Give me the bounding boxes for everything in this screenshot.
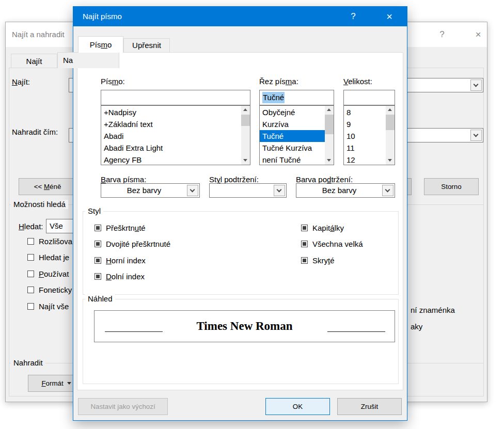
font-style-input[interactable]: Tučné [259, 90, 334, 105]
scroll-thumb[interactable] [325, 115, 334, 134]
list-item[interactable]: Abadi [101, 130, 250, 142]
scrollbar[interactable] [241, 106, 250, 165]
preview-baseline-left [105, 331, 163, 332]
preview-group-legend: Náhled [85, 294, 115, 304]
checkbox-superscript-box[interactable] [94, 257, 101, 264]
scroll-down-icon[interactable] [241, 156, 250, 165]
scrollbar[interactable] [325, 106, 334, 165]
checkbox-strikethrough-label: Přeškrtnuté [106, 223, 146, 233]
tab-upresnit-label: Upřesnit [132, 41, 161, 50]
close-icon[interactable]: × [380, 7, 399, 26]
checkbox-double-strikethrough-label: Dvojité přeškrtnuté [106, 239, 170, 249]
checkbox-sounds-like-box[interactable] [27, 287, 34, 293]
caret-down-icon [67, 382, 71, 385]
scroll-down-icon[interactable] [325, 156, 334, 165]
scroll-up-icon[interactable] [386, 106, 395, 114]
find-font-dialog: Najít písmo ? × Písmo Upřesnit Písmo: +N… [73, 6, 407, 421]
font-style-label: Řez písma: [259, 76, 298, 87]
checkbox-superscript-label: Horní index [106, 256, 146, 266]
chevron-down-icon[interactable] [470, 130, 482, 141]
scroll-up-icon[interactable] [241, 106, 250, 114]
underline-style-combobox[interactable] [209, 183, 287, 198]
chevron-down-icon[interactable] [470, 80, 482, 91]
checkbox-match-case-box[interactable] [27, 238, 34, 245]
tab-pismo-label: Písmo [90, 40, 112, 49]
checkbox-double-strikethrough-box[interactable] [94, 241, 101, 247]
whitespace-label-fragment: aky [411, 322, 422, 332]
scrollbar[interactable] [386, 106, 395, 165]
help-icon[interactable]: ? [344, 7, 363, 26]
checkbox-small-caps-label: Kapitálky [312, 223, 344, 233]
font-name-listbox[interactable]: +Nadpisy +Základní text Abadi Abadi Extr… [101, 105, 250, 165]
font-tab-page: Písmo: +Nadpisy +Základní text Abadi Aba… [77, 52, 403, 390]
font-size-label: Velikost: [343, 76, 372, 87]
list-item[interactable]: není Tučné [260, 154, 334, 165]
checkbox-wildcards-label: Používat [39, 269, 69, 279]
scroll-thumb[interactable] [241, 115, 250, 126]
help-icon[interactable]: ? [434, 22, 450, 47]
checkbox-subscript-box[interactable] [94, 273, 101, 280]
ok-button[interactable]: OK [265, 398, 330, 415]
replace-group-legend: Nahradit [11, 358, 45, 368]
replace-with-label: Nahradit čím: [12, 127, 58, 137]
scroll-down-icon[interactable] [386, 156, 395, 165]
tab-pismo[interactable]: Písmo [78, 36, 123, 53]
font-name-input-value [104, 90, 237, 105]
checkbox-word-forms-box[interactable] [27, 303, 34, 310]
checkbox-all-caps-box[interactable] [301, 241, 308, 247]
punctuation-label-fragment: ní znaménka [411, 305, 455, 315]
checkbox-sounds-like-label: Foneticky [39, 285, 72, 295]
tab-najit-label: Najít [26, 57, 42, 66]
underline-color-combobox[interactable]: Bez barvy [296, 183, 395, 198]
checkbox-strikethrough-box[interactable] [94, 225, 101, 231]
list-item[interactable]: Kurzíva [260, 118, 334, 130]
underline-color-value: Bez barvy [297, 184, 381, 197]
list-item-selected[interactable]: Tučné [260, 130, 334, 142]
preview-baseline-right [327, 331, 385, 332]
close-icon[interactable]: × [470, 22, 486, 47]
checkbox-word-forms-label: Najít vše [39, 301, 69, 312]
scroll-up-icon[interactable] [325, 106, 334, 114]
list-item[interactable]: Abadi Extra Light [101, 142, 250, 154]
list-item[interactable]: +Základní text [101, 118, 250, 130]
checkbox-wildcards-box[interactable] [27, 271, 34, 277]
font-name-label: Písmo: [101, 76, 125, 87]
find-font-title: Najít písmo [83, 7, 122, 26]
underline-style-value [213, 184, 273, 197]
list-item[interactable]: Agency FB [101, 154, 250, 165]
less-button[interactable]: << Méně [19, 178, 76, 195]
font-name-input[interactable] [101, 90, 250, 105]
effects-group-legend: Styl [85, 206, 103, 216]
font-color-combobox[interactable]: Bez barvy [101, 183, 200, 198]
checkbox-match-case-label: Rozlišova [39, 236, 72, 247]
find-replace-title: Najít a nahradit [12, 22, 65, 47]
tab-najit[interactable]: Najít [11, 54, 57, 68]
tab-nahradit[interactable]: Na [57, 52, 119, 68]
cancel-button[interactable]: Zrušit [337, 398, 402, 415]
list-item[interactable]: Tučné Kurzíva [260, 142, 334, 154]
format-button-label: Formát [41, 379, 63, 387]
font-size-input[interactable] [343, 90, 395, 105]
font-size-input-value [347, 90, 381, 105]
font-color-value: Bez barvy [102, 184, 186, 197]
set-as-default-button[interactable]: Nastavit jako výchozí [78, 398, 168, 415]
tab-upresnit[interactable]: Upřesnit [123, 38, 170, 52]
font-style-listbox[interactable]: Obyčejné Kurzíva Tučné Tučné Kurzíva nen… [259, 105, 334, 165]
checkbox-small-caps-box[interactable] [301, 225, 308, 231]
chevron-down-icon[interactable] [274, 185, 285, 196]
chevron-down-icon[interactable] [382, 185, 393, 196]
list-item[interactable]: +Nadpisy [101, 106, 250, 118]
scroll-thumb[interactable] [386, 115, 395, 130]
preview-sample-text: Times New Roman [94, 311, 395, 342]
checkbox-hidden-box[interactable] [301, 257, 308, 264]
search-options-legend: Možnosti hledá [11, 200, 68, 209]
find-label: Najít: [12, 77, 30, 87]
tab-nahradit-label: Na [63, 56, 73, 65]
checkbox-hidden-label: Skryté [312, 256, 335, 266]
font-size-listbox[interactable]: 8 9 10 11 12 [343, 105, 395, 165]
checkbox-whole-words-box[interactable] [27, 254, 34, 261]
chevron-down-icon[interactable] [187, 185, 198, 196]
storno-button[interactable]: Storno [424, 178, 479, 195]
list-item[interactable]: Obyčejné [260, 106, 334, 118]
checkbox-subscript-label: Dolní index [106, 272, 145, 282]
